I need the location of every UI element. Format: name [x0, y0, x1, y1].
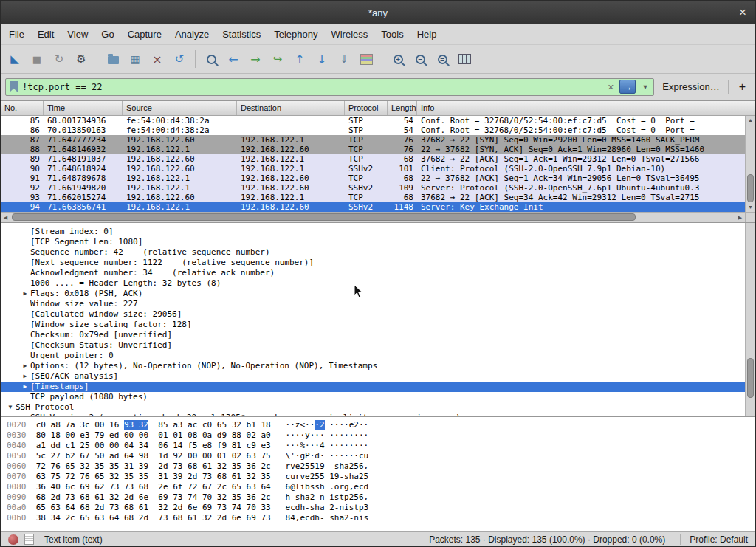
column-header-info[interactable]: Info — [417, 101, 755, 115]
scroll-up-icon[interactable]: ▲ — [746, 116, 755, 125]
packet-row[interactable]: 9471.663856741192.168.122.1192.168.122.6… — [1, 202, 745, 212]
detail-line[interactable]: TCP payload (1080 bytes) — [1, 392, 745, 402]
capture-comment-icon[interactable] — [24, 534, 34, 545]
zoom-reset-button[interactable]: = — [431, 48, 453, 70]
detail-line[interactable]: [Stream index: 0] — [1, 227, 745, 237]
save-file-button[interactable]: ▦ — [124, 48, 146, 70]
packet-row[interactable]: 9171.648789678192.168.122.1192.168.122.6… — [1, 173, 745, 183]
packet-row[interactable]: 9271.661949820192.168.122.1192.168.122.6… — [1, 183, 745, 193]
detail-line[interactable]: ▶SSH Version 2 (encryption:chacha20-poly… — [1, 413, 745, 416]
detail-line[interactable]: ▶Options: (12 bytes), No-Operation (NOP)… — [1, 361, 745, 371]
open-file-button[interactable] — [102, 48, 124, 70]
detail-line[interactable]: Window size value: 227 — [1, 299, 745, 309]
hex-row[interactable]: 0040 a1 dd c1 25 00 00 04 34 06 14 f5 e8… — [7, 441, 755, 451]
hex-row[interactable]: 0080 36 40 6c 69 62 73 73 68 2e 6f 72 67… — [7, 482, 755, 492]
menu-item-analyze[interactable]: Analyze — [168, 26, 216, 43]
clear-filter-icon[interactable]: × — [606, 81, 615, 93]
hex-row[interactable]: 00a0 65 63 64 68 2d 73 68 61 32 2d 6e 69… — [7, 503, 755, 513]
column-header-length[interactable]: Length — [388, 101, 417, 115]
restart-capture-button[interactable]: ↻ — [48, 48, 70, 70]
expander-right-icon[interactable]: ▶ — [20, 413, 30, 416]
hscroll-thumb[interactable] — [12, 213, 636, 221]
close-file-button[interactable]: × — [146, 48, 168, 70]
scroll-left-icon[interactable]: ◀ — [1, 215, 10, 221]
menu-item-help[interactable]: Help — [410, 26, 444, 43]
detail-line[interactable]: ▶[SEQ/ACK analysis] — [1, 371, 745, 382]
goto-packet-button[interactable]: ↪ — [267, 48, 289, 70]
zoom-out-button[interactable]: − — [409, 48, 431, 70]
start-capture-button[interactable]: ◣ — [4, 48, 26, 70]
titlebar[interactable]: *any × — [1, 1, 755, 24]
packet-row[interactable]: 9071.648618924192.168.122.60192.168.122.… — [1, 164, 745, 173]
go-forward-button[interactable]: → — [244, 48, 267, 70]
expander-right-icon[interactable]: ▶ — [20, 289, 30, 299]
bookmark-icon[interactable] — [10, 81, 18, 92]
expander-right-icon[interactable]: ▶ — [20, 382, 30, 392]
packet-list-hscrollbar[interactable]: ◀ ▶ — [1, 212, 745, 222]
hex-row[interactable]: 0020 c0 a8 7a 3c 00 16 93 32 85 a3 ac c0… — [7, 420, 755, 430]
detail-line[interactable]: ▼SSH Protocol — [1, 402, 745, 413]
expander-right-icon[interactable]: ▶ — [20, 371, 30, 382]
menu-item-wireless[interactable]: Wireless — [324, 26, 374, 43]
expander-down-icon[interactable]: ▼ — [5, 402, 16, 413]
stop-capture-button[interactable]: ■ — [26, 48, 48, 70]
find-packet-button[interactable] — [200, 48, 222, 70]
hscroll-track[interactable] — [10, 213, 735, 222]
details-vscrollbar[interactable] — [745, 223, 755, 416]
capture-options-button[interactable]: ⚙ — [70, 48, 92, 70]
details-scroll-thumb[interactable] — [747, 358, 754, 398]
resize-columns-button[interactable] — [453, 48, 475, 70]
hex-row[interactable]: 0070 63 75 72 76 65 32 35 35 31 39 2d 73… — [7, 472, 755, 482]
packet-row[interactable]: 8971.648191037192.168.122.60192.168.122.… — [1, 154, 745, 164]
go-bottom-button[interactable]: ↓ — [311, 48, 333, 70]
packet-list-scroll-thumb[interactable] — [747, 174, 754, 202]
detail-line[interactable]: [Window size scaling factor: 128] — [1, 320, 745, 330]
scroll-right-icon[interactable]: ▶ — [735, 215, 745, 221]
hex-row[interactable]: 0090 68 2d 73 68 61 32 2d 6e 69 73 74 70… — [7, 492, 755, 503]
menu-item-tools[interactable]: Tools — [374, 26, 410, 43]
expander-right-icon[interactable]: ▶ — [20, 361, 30, 371]
expert-info-icon[interactable] — [8, 534, 18, 545]
status-profile[interactable]: Profile: Default — [680, 534, 748, 545]
hex-row[interactable]: 0050 5c 27 b2 67 50 ad 64 98 1d 92 00 00… — [7, 451, 755, 461]
packet-row[interactable]: 8670.013850163fe:54:00:d4:38:2aSTP54Conf… — [1, 125, 745, 135]
display-filter-input[interactable]: !tcp.port == 22 × → ▼ — [5, 78, 654, 96]
column-header-no[interactable]: No. — [1, 101, 44, 115]
detail-line[interactable]: Urgent pointer: 0 — [1, 351, 745, 361]
filter-history-dropdown-icon[interactable]: ▼ — [640, 83, 650, 91]
column-header-source[interactable]: Source — [123, 101, 237, 115]
scroll-down-icon[interactable]: ▼ — [746, 203, 755, 212]
detail-line[interactable]: [Next sequence number: 1122 (relative se… — [1, 258, 745, 268]
autoscroll-button[interactable]: ⇓ — [333, 48, 355, 70]
detail-line[interactable]: ▶[Timestamps] — [1, 382, 745, 392]
go-top-button[interactable]: ↑ — [289, 48, 311, 70]
column-header-protocol[interactable]: Protocol — [345, 101, 388, 115]
go-back-button[interactable]: ← — [222, 48, 244, 70]
zoom-in-button[interactable]: + — [387, 48, 409, 70]
detail-line[interactable]: Acknowledgment number: 34 (relative ack … — [1, 268, 745, 278]
menu-item-file[interactable]: File — [2, 26, 31, 43]
detail-line[interactable]: Sequence number: 42 (relative sequence n… — [1, 247, 745, 258]
window-close-button[interactable]: × — [739, 1, 746, 24]
column-header-destination[interactable]: Destination — [237, 101, 345, 115]
column-header-time[interactable]: Time — [44, 101, 123, 115]
apply-filter-button[interactable]: → — [619, 80, 636, 94]
packet-row[interactable]: 9371.662015274192.168.122.60192.168.122.… — [1, 193, 745, 202]
filter-text[interactable]: !tcp.port == 22 — [22, 82, 602, 92]
menu-item-view[interactable]: View — [61, 26, 94, 43]
menu-item-go[interactable]: Go — [94, 26, 120, 43]
packet-row[interactable]: 8771.647777234192.168.122.60192.168.122.… — [1, 135, 745, 145]
reload-button[interactable]: ↺ — [168, 48, 190, 70]
hex-row[interactable]: 0030 80 18 00 e3 79 ed 00 00 01 01 08 0a… — [7, 430, 755, 441]
detail-line[interactable]: ▶Flags: 0x018 (PSH, ACK) — [1, 289, 745, 299]
menu-item-telephony[interactable]: Telephony — [267, 26, 324, 43]
add-filter-button[interactable]: + — [734, 80, 751, 94]
packet-list-vscrollbar[interactable]: ▲ ▼ — [745, 116, 755, 212]
detail-line[interactable]: 1000 .... = Header Length: 32 bytes (8) — [1, 278, 745, 289]
colorize-button[interactable] — [355, 48, 377, 70]
detail-line[interactable]: Checksum: 0x79ed [unverified] — [1, 330, 745, 340]
detail-line[interactable]: [Checksum Status: Unverified] — [1, 340, 745, 351]
detail-line[interactable]: [Calculated window size: 29056] — [1, 309, 745, 320]
expression-button[interactable]: Expression… — [659, 81, 722, 92]
hex-row[interactable]: 00b0 38 34 2c 65 63 64 68 2d 73 68 61 32… — [7, 513, 755, 523]
